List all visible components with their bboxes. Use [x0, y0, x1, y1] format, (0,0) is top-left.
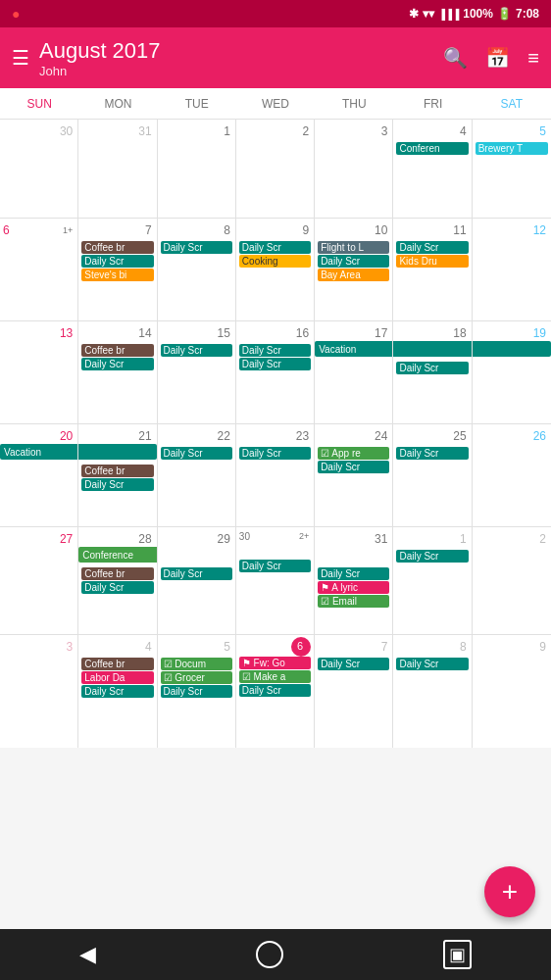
week-row-5: 27 28 Conference Coffee br Daily Scr 29 …: [0, 527, 551, 635]
event-daily-aug14[interactable]: Daily Scr: [81, 358, 153, 370]
event-alyric-aug31[interactable]: ⚑ A lyric: [318, 581, 389, 594]
day-aug-10[interactable]: 10 Flight to L Daily Scr Bay Area: [315, 219, 393, 320]
day-aug-28[interactable]: 28 Conference Coffee br Daily Scr: [78, 527, 157, 634]
calendar-today-button[interactable]: 📅: [485, 46, 510, 70]
event-docum-sep5[interactable]: ☑ Docum: [161, 658, 232, 670]
event-grocer-sep5[interactable]: ☑ Grocer: [161, 671, 232, 684]
event-daily-sep7[interactable]: Daily Scr: [318, 658, 389, 670]
event-daily1-aug9[interactable]: Daily Scr: [239, 241, 311, 254]
day-aug-2[interactable]: 2: [236, 120, 315, 218]
day-sep-8[interactable]: 8 Daily Scr: [393, 635, 472, 748]
event-coffee-aug14[interactable]: Coffee br: [81, 344, 153, 357]
day-aug-23[interactable]: 23 Daily Scr: [236, 424, 315, 526]
day-sep-9[interactable]: 9: [473, 635, 551, 748]
day-aug-19[interactable]: 19: [473, 321, 551, 423]
day-aug-20[interactable]: 20 Vacation: [0, 424, 78, 526]
day-aug-27[interactable]: 27: [0, 527, 78, 634]
event-daily-aug23[interactable]: Daily Scr: [239, 447, 311, 460]
search-button[interactable]: 🔍: [443, 46, 468, 70]
event-coffee-aug28[interactable]: Coffee br: [81, 567, 153, 580]
day-aug-17[interactable]: 17 Vacation: [315, 321, 393, 423]
day-aug-16[interactable]: 16 Daily Scr Daily Scr: [236, 321, 315, 423]
day-aug-25[interactable]: 25 Daily Scr: [393, 424, 472, 526]
event-daily-aug15[interactable]: Daily Scr: [161, 344, 232, 357]
day-aug-8[interactable]: 8 Daily Scr: [158, 219, 236, 320]
event-daily1-aug16[interactable]: Daily Scr: [239, 344, 311, 357]
event-daily-aug24[interactable]: Daily Scr: [318, 461, 389, 473]
record-icon: ●: [12, 6, 20, 22]
day-aug-24[interactable]: 24 ☑ App re Daily Scr: [315, 424, 393, 526]
day-aug-13[interactable]: 13: [0, 321, 78, 423]
day-aug-31[interactable]: 31 Daily Scr ⚑ A lyric ☑ Email: [315, 527, 393, 634]
recents-button[interactable]: ▣: [443, 940, 472, 969]
event-daily-sep8[interactable]: Daily Scr: [396, 658, 468, 670]
event-coffee-aug7[interactable]: Coffee br: [81, 241, 153, 254]
event-daily-aug22[interactable]: Daily Scr: [161, 447, 232, 460]
event-flight-aug10[interactable]: Flight to L: [318, 241, 389, 254]
event-coffee-aug21[interactable]: Coffee br: [81, 465, 153, 477]
day-aug-21[interactable]: 21 Coffee br Daily Scr: [78, 424, 157, 526]
event-daily-aug11[interactable]: Daily Scr: [396, 241, 468, 254]
day-sep-5[interactable]: 5 ☑ Docum ☑ Grocer Daily Scr: [158, 635, 236, 748]
day-sep-2[interactable]: 2: [473, 527, 551, 634]
event-daily-aug31[interactable]: Daily Scr: [318, 567, 389, 580]
event-conference-aug4[interactable]: Conferen: [396, 142, 468, 155]
day-aug-29[interactable]: 29 Daily Scr: [158, 527, 236, 634]
day-sep-4[interactable]: 4 Coffee br Labor Da Daily Scr: [78, 635, 157, 748]
day-jul-31[interactable]: 31: [78, 120, 157, 218]
event-coffee-sep4[interactable]: Coffee br: [81, 658, 153, 670]
day-sep-7[interactable]: 7 Daily Scr: [315, 635, 393, 748]
day-aug-4[interactable]: 4 Conferen: [393, 120, 472, 218]
event-kids-aug11[interactable]: Kids Dru: [396, 255, 468, 268]
day-aug-26[interactable]: 26: [473, 424, 551, 526]
day-aug-12[interactable]: 12: [473, 219, 551, 320]
menu-button[interactable]: ☰: [12, 46, 29, 70]
day-sep-1[interactable]: 1 Daily Scr: [393, 527, 472, 634]
event-bayarea-aug10[interactable]: Bay Area: [318, 269, 389, 281]
day-aug-15[interactable]: 15 Daily Scr: [158, 321, 236, 423]
view-toggle-button[interactable]: ≡: [527, 47, 539, 70]
day-aug-1[interactable]: 1: [158, 120, 236, 218]
day-aug-3[interactable]: 3: [315, 120, 393, 218]
event-daily-sep6[interactable]: Daily Scr: [239, 684, 311, 697]
home-button[interactable]: [256, 941, 283, 968]
event-daily-sep5[interactable]: Daily Scr: [161, 685, 232, 698]
day-aug-5[interactable]: 5 Brewery T: [473, 120, 551, 218]
time: 7:08: [516, 7, 539, 21]
event-daily-aug30[interactable]: Daily Scr: [239, 560, 311, 572]
event-daily-aug10[interactable]: Daily Scr: [318, 255, 389, 268]
day-aug-30[interactable]: 30 2+ Daily Scr: [236, 527, 315, 634]
event-brewery-aug5[interactable]: Brewery T: [476, 142, 548, 155]
event-daily-aug7[interactable]: Daily Scr: [81, 255, 153, 268]
event-steve-aug7[interactable]: Steve's bi: [81, 269, 153, 281]
event-daily-aug8[interactable]: Daily Scr: [161, 241, 232, 254]
day-aug-14[interactable]: 14 Coffee br Daily Scr: [78, 321, 157, 423]
day-aug-6[interactable]: 6 1+: [0, 219, 78, 320]
day-aug-18[interactable]: 18 Daily Scr: [393, 321, 472, 423]
add-event-button[interactable]: +: [484, 866, 535, 917]
day-aug-9[interactable]: 9 Daily Scr Cooking: [236, 219, 315, 320]
event-daily-aug18[interactable]: Daily Scr: [396, 362, 468, 374]
day-sep-6[interactable]: 6 ⚑ Fw: Go ☑ Make a Daily Scr: [236, 635, 315, 748]
event-daily-sep4[interactable]: Daily Scr: [81, 685, 153, 698]
month-year: August 2017: [39, 38, 161, 64]
event-daily-sep1[interactable]: Daily Scr: [396, 550, 468, 563]
back-button[interactable]: ◀: [79, 942, 96, 967]
more-aug30: 2+: [297, 531, 311, 541]
event-daily-aug28[interactable]: Daily Scr: [81, 581, 153, 594]
event-appre-aug24[interactable]: ☑ App re: [318, 447, 389, 460]
day-sep-3[interactable]: 3: [0, 635, 78, 748]
day-aug-11[interactable]: 11 Daily Scr Kids Dru: [393, 219, 472, 320]
event-make-sep6[interactable]: ☑ Make a: [239, 670, 311, 683]
event-fwgo-sep6[interactable]: ⚑ Fw: Go: [239, 657, 311, 669]
day-aug-7[interactable]: 7 Coffee br Daily Scr Steve's bi: [78, 219, 157, 320]
event-daily-aug29[interactable]: Daily Scr: [161, 567, 232, 580]
event-email-aug31[interactable]: ☑ Email: [318, 595, 389, 608]
event-daily-aug25[interactable]: Daily Scr: [396, 447, 468, 460]
event-daily-aug21[interactable]: Daily Scr: [81, 478, 153, 491]
day-aug-22[interactable]: 22 Daily Scr: [158, 424, 236, 526]
day-jul-30[interactable]: 30: [0, 120, 78, 218]
event-cooking-aug9[interactable]: Cooking: [239, 255, 311, 268]
event-labor-sep4[interactable]: Labor Da: [81, 671, 153, 684]
event-daily2-aug16[interactable]: Daily Scr: [239, 358, 311, 370]
